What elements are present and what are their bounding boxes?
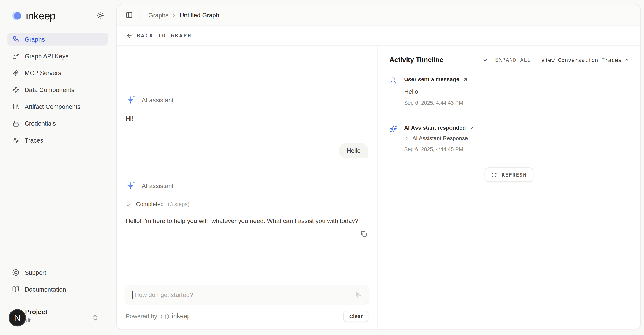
lock-icon: [12, 120, 19, 127]
assistant-message-block: AI assistant Completed (3 steps) Hello! …: [126, 181, 368, 238]
sidebar-item-traces[interactable]: Traces: [8, 134, 108, 147]
sidebar-item-graph-api-keys[interactable]: Graph API Keys: [8, 50, 108, 62]
assistant-message-header: AI assistant: [126, 181, 368, 191]
timeline-events: User sent a message Hello Sep 6, 2025, 4…: [389, 76, 629, 152]
key-icon: [12, 52, 19, 60]
traces-link-label: View Conversation Traces: [541, 57, 622, 63]
text-caret: [132, 290, 132, 299]
chat-playground: AI assistant Hi! Hello AI assistant: [117, 46, 378, 329]
breadcrumb-parent[interactable]: Graphs: [148, 12, 168, 18]
chevron-down-icon: [482, 57, 488, 63]
components-icon: [12, 86, 19, 93]
chat-footer: Powered by inkeep Clear: [117, 304, 378, 328]
completion-status[interactable]: Completed (3 steps): [126, 201, 368, 207]
clear-button[interactable]: Clear: [344, 310, 368, 322]
timeline-event-title-link[interactable]: AI Assistant responded: [404, 125, 475, 131]
sparkles-icon: [126, 95, 136, 105]
status-steps: (3 steps): [168, 201, 190, 207]
project-avatar: N: [8, 309, 26, 326]
timeline-title: Activity Timeline: [389, 56, 443, 64]
sidebar-item-label: Documentation: [24, 286, 66, 293]
sidebar-item-credentials[interactable]: Credentials: [8, 117, 108, 130]
theme-toggle-button[interactable]: [96, 12, 104, 20]
chevrons-up-down-icon: [92, 313, 98, 323]
brand-wordmark: inkeep: [26, 9, 55, 22]
arrow-up-right-icon: [624, 57, 629, 62]
chevron-right-icon: [404, 136, 409, 140]
status-label: Completed: [136, 201, 164, 207]
sun-icon: [96, 12, 104, 20]
view-conversation-traces-link[interactable]: View Conversation Traces: [541, 57, 629, 63]
sidebar-item-graphs[interactable]: Graphs: [8, 33, 108, 46]
sidebar-item-label: Traces: [24, 137, 43, 144]
refresh-label: REFRESH: [502, 172, 527, 178]
timeline-event-assistant-response: AI Assistant responded AI Assistant Resp…: [389, 125, 629, 152]
sidebar-nav: Graphs Graph API Keys MCP Servers Data C…: [0, 31, 116, 147]
project-switcher[interactable]: N Project ult: [9, 307, 108, 329]
sidebar-item-data-components[interactable]: Data Components: [8, 83, 108, 96]
back-to-graph-link[interactable]: BACK TO GRAPH: [117, 26, 640, 46]
workflow-icon: [12, 36, 19, 43]
activity-timeline-panel: Activity Timeline EXPAND ALL View Conver…: [378, 46, 640, 329]
collapse-timeline-button[interactable]: [482, 57, 488, 63]
timeline-event-content: User sent a message Hello Sep 6, 2025, 4…: [404, 76, 468, 106]
assistant-label: AI assistant: [142, 182, 174, 189]
divider: [140, 10, 141, 20]
sidebar-item-label: Credentials: [24, 120, 56, 127]
message-actions: [126, 231, 368, 237]
sidebar-item-artifact-components[interactable]: Artifact Components: [8, 100, 108, 113]
sidebar-spacer: [0, 147, 116, 264]
avatar-letter: N: [14, 313, 20, 323]
check-icon: [126, 201, 132, 207]
timeline-event-user-message: User sent a message Hello Sep 6, 2025, 4…: [389, 76, 629, 106]
copy-button[interactable]: [360, 231, 367, 237]
chat-input[interactable]: [134, 291, 354, 298]
timeline-event-timestamp: Sep 6, 2025, 4:44:45 PM: [404, 146, 475, 152]
mcp-icon: [12, 69, 19, 76]
expand-all-button[interactable]: EXPAND ALL: [495, 57, 531, 63]
timeline-event-content: AI Assistant responded AI Assistant Resp…: [404, 125, 475, 152]
timeline-event-title: AI Assistant responded: [404, 125, 466, 131]
chat-input-container[interactable]: [125, 285, 369, 304]
panel-left-icon: [126, 12, 132, 18]
refresh-row: REFRESH: [389, 168, 629, 182]
sparkles-icon: [126, 181, 136, 191]
sidebar-item-mcp-servers[interactable]: MCP Servers: [8, 66, 108, 79]
timeline-event-title: User sent a message: [404, 76, 459, 82]
sidebar-toggle-button[interactable]: [126, 12, 132, 18]
sparkles-icon: [389, 125, 397, 152]
powered-by[interactable]: Powered by inkeep: [126, 312, 191, 320]
sidebar-item-documentation[interactable]: Documentation: [8, 283, 108, 296]
assistant-label: AI assistant: [142, 96, 174, 104]
powered-by-brand: inkeep: [172, 312, 191, 320]
chevron-right-icon: [172, 12, 177, 18]
assistant-message-text: Hello! I'm here to help you with whateve…: [126, 216, 368, 226]
project-name: Project: [25, 308, 47, 316]
life-buoy-icon: [12, 269, 19, 276]
sidebar-item-label: Support: [24, 269, 46, 276]
breadcrumb-bar: Graphs Untitled Graph: [117, 4, 640, 26]
back-to-graph-label: BACK TO GRAPH: [137, 32, 192, 38]
timeline-event-body: Hello: [404, 88, 468, 95]
sidebar-header: inkeep: [0, 0, 116, 31]
assistant-message-header: AI assistant: [126, 95, 368, 105]
arrow-up-right-icon: [470, 125, 475, 130]
refresh-icon: [492, 172, 497, 178]
inkeep-logo: inkeep: [10, 9, 55, 22]
content-body: AI assistant Hi! Hello AI assistant: [117, 46, 640, 329]
inkeep-mark-icon: [160, 312, 170, 320]
send-icon: [354, 290, 362, 299]
library-icon: [12, 103, 19, 110]
book-open-icon: [12, 286, 19, 293]
send-button[interactable]: [354, 290, 362, 299]
sidebar-item-label: Graphs: [24, 36, 45, 43]
expand-response-toggle[interactable]: AI Assistant Response: [404, 135, 475, 141]
refresh-button[interactable]: REFRESH: [485, 168, 533, 182]
main-panel: Graphs Untitled Graph BACK TO GRAPH: [116, 4, 641, 330]
sidebar-item-support[interactable]: Support: [8, 266, 108, 279]
chat-message-list[interactable]: AI assistant Hi! Hello AI assistant: [117, 46, 378, 283]
sidebar: inkeep Graphs Graph API Keys: [0, 0, 116, 335]
timeline-event-title-link[interactable]: User sent a message: [404, 76, 468, 82]
inkeep-logo-icon: [10, 9, 22, 22]
sidebar-item-label: Data Components: [24, 86, 74, 93]
